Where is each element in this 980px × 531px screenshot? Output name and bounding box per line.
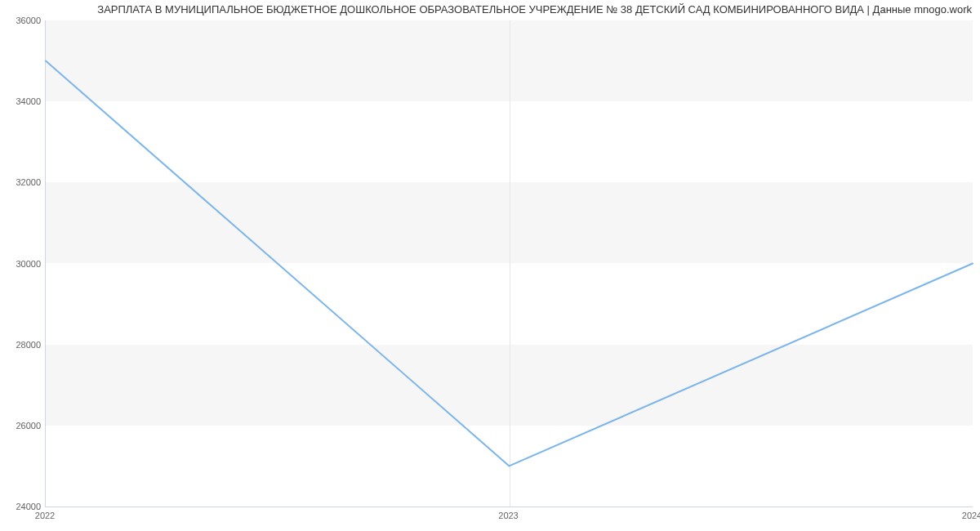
plot-area [45,20,973,507]
x-tick-label: 2023 [498,511,518,520]
y-tick-label: 26000 [4,421,41,431]
y-tick-label: 34000 [4,96,41,106]
chart-title: ЗАРПЛАТА В МУНИЦИПАЛЬНОЕ БЮДЖЕТНОЕ ДОШКО… [97,3,972,16]
y-tick-label: 36000 [4,16,41,25]
y-tick-label: 28000 [4,340,41,350]
y-tick-label: 30000 [4,259,41,269]
series-path [46,61,973,466]
chart-container: ЗАРПЛАТА В МУНИЦИПАЛЬНОЕ БЮДЖЕТНОЕ ДОШКО… [0,0,980,531]
y-tick-label: 32000 [4,177,41,187]
x-tick-label: 2022 [35,511,55,520]
line-series [46,20,973,506]
x-tick-label: 2024 [962,511,980,520]
